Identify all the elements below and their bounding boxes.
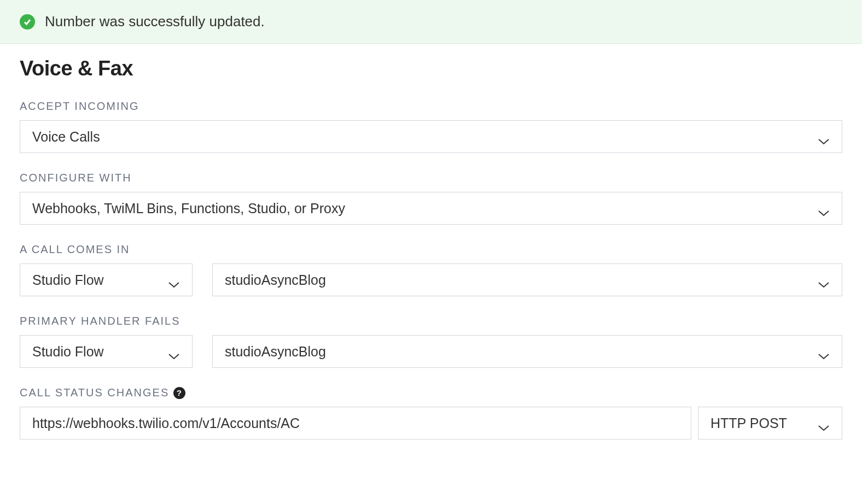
call-comes-in-type-select[interactable]: Studio Flow: [20, 263, 193, 296]
primary-handler-fails-value-select[interactable]: studioAsyncBlog: [212, 335, 842, 368]
chevron-down-icon: [168, 276, 180, 284]
section-title: Voice & Fax: [20, 57, 842, 80]
chevron-down-icon: [818, 348, 830, 355]
chevron-down-icon: [818, 419, 830, 427]
alert-message: Number was successfully updated.: [45, 13, 265, 30]
primary-handler-fails-type-value: Studio Flow: [32, 344, 104, 360]
primary-handler-fails-label: PRIMARY HANDLER FAILS: [20, 315, 842, 327]
call-status-url-input[interactable]: [20, 407, 691, 439]
success-alert: Number was successfully updated.: [0, 0, 862, 44]
call-status-changes-label: CALL STATUS CHANGES ?: [20, 386, 842, 399]
call-status-method-value: HTTP POST: [710, 415, 787, 431]
help-icon[interactable]: ?: [173, 387, 185, 399]
configure-with-value: Webhooks, TwiML Bins, Functions, Studio,…: [32, 201, 345, 216]
call-comes-in-value-select[interactable]: studioAsyncBlog: [212, 263, 842, 296]
chevron-down-icon: [818, 133, 830, 140]
configure-with-label: CONFIGURE WITH: [20, 172, 842, 184]
accept-incoming-select[interactable]: Voice Calls: [20, 120, 842, 153]
chevron-down-icon: [818, 276, 830, 284]
chevron-down-icon: [818, 204, 830, 212]
call-status-method-select[interactable]: HTTP POST: [698, 407, 842, 439]
call-comes-in-flow-value: studioAsyncBlog: [225, 272, 326, 288]
call-comes-in-label: A CALL COMES IN: [20, 243, 842, 256]
accept-incoming-label: ACCEPT INCOMING: [20, 100, 842, 113]
primary-handler-fails-type-select[interactable]: Studio Flow: [20, 335, 193, 368]
call-status-changes-label-text: CALL STATUS CHANGES: [20, 386, 169, 399]
primary-handler-fails-flow-value: studioAsyncBlog: [225, 344, 326, 360]
check-circle-icon: [20, 14, 35, 30]
configure-with-select[interactable]: Webhooks, TwiML Bins, Functions, Studio,…: [20, 192, 842, 225]
chevron-down-icon: [168, 348, 180, 355]
accept-incoming-value: Voice Calls: [32, 129, 100, 145]
call-comes-in-type-value: Studio Flow: [32, 272, 104, 288]
